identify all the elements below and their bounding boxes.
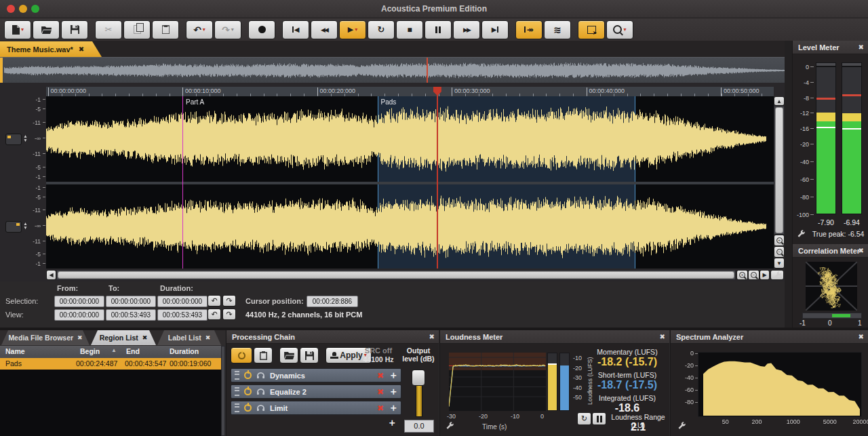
scroll-right-button[interactable]: ▶ (760, 270, 770, 280)
processing-chain-close-icon[interactable]: ✖ (429, 330, 435, 344)
remove-effect-icon[interactable]: ✖ (377, 371, 384, 380)
level-meter-settings-icon[interactable] (797, 229, 806, 238)
chain-open-button[interactable] (279, 347, 298, 363)
region-list-row[interactable]: Pads00:00:24:48700:00:43:54700:00:19:060 (0, 358, 221, 370)
horizontal-splitter[interactable] (0, 328, 868, 330)
chain-save-button[interactable] (300, 347, 319, 363)
scroll-up-button[interactable]: ▲ (774, 96, 785, 106)
horizontal-scrollbar[interactable] (56, 270, 736, 280)
add-effect-icon[interactable]: ＋ (389, 370, 398, 382)
rewind-button[interactable]: ◀◀ (311, 20, 338, 39)
drag-handle-icon[interactable] (235, 371, 239, 380)
marker-line[interactable] (182, 96, 183, 269)
chain-item-equalize-2[interactable]: Equalize 2✖＋ (231, 384, 401, 399)
spectrum-settings-icon[interactable] (677, 421, 686, 430)
cursor-position-field[interactable]: 00:00:28:886 (307, 296, 358, 307)
overview-playhead[interactable] (427, 58, 428, 83)
record-button[interactable] (248, 20, 275, 39)
drag-handle-icon[interactable] (235, 403, 239, 412)
channel1-waveform[interactable] (46, 96, 774, 182)
undo-button[interactable]: ↶▾ (186, 20, 213, 39)
loudness-settings-icon[interactable] (446, 421, 454, 430)
region-list-header[interactable]: NameBeginEndDuration▲ (0, 346, 221, 358)
browser-tab-close-icon[interactable]: ✖ (205, 334, 211, 341)
column-header-duration[interactable]: Duration (170, 347, 199, 355)
browser-tab-close-icon[interactable]: ✖ (77, 334, 83, 341)
undo-selection-button[interactable]: ↶ (208, 295, 221, 306)
zoom-in-horizontal-button[interactable]: + (736, 270, 748, 280)
channel-divider[interactable] (46, 182, 774, 184)
browser-tab-label-list[interactable]: Label List✖ (157, 330, 221, 345)
play-button[interactable]: ▶▾ (339, 20, 366, 39)
remove-effect-icon[interactable]: ✖ (377, 403, 384, 413)
loudness-pause-button[interactable] (592, 412, 606, 425)
save-file-button[interactable] (61, 20, 88, 39)
selection-to-field[interactable]: 00:00:00:000 (106, 296, 156, 307)
power-icon[interactable] (244, 404, 252, 412)
headphones-icon[interactable] (256, 372, 265, 379)
open-file-button[interactable] (33, 20, 60, 39)
cut-button[interactable]: ✂ (95, 20, 122, 39)
add-effect-icon[interactable]: ＋ (389, 402, 398, 414)
level-meter-close-icon[interactable]: ✖ (859, 41, 864, 54)
browser-tab-region-list[interactable]: Region List✖ (91, 330, 156, 345)
view-duration-field[interactable]: 00:00:53:493 (157, 309, 208, 321)
go-to-start-button[interactable]: ◀ (282, 20, 309, 39)
pause-button[interactable] (425, 20, 452, 39)
drag-handle-icon[interactable] (235, 387, 239, 396)
view-to-field[interactable]: 00:00:53:493 (106, 309, 156, 321)
undo-view-button[interactable]: ↶ (208, 309, 221, 320)
chain-item-limit[interactable]: Limit✖＋ (231, 401, 401, 415)
selection-duration-field[interactable]: 00:00:00:000 (157, 296, 208, 307)
horizontal-scrollbar-thumb[interactable] (58, 271, 734, 279)
loop-button[interactable]: ↻ (368, 20, 395, 39)
paste-button[interactable] (152, 20, 179, 39)
file-tab[interactable]: Theme Music.wav* ✖ (0, 41, 102, 57)
channel2-select-button[interactable] (5, 221, 22, 233)
column-header-name[interactable]: Name (5, 347, 25, 355)
spectral-view-button[interactable]: ≋ (544, 20, 571, 39)
zoom-out-horizontal-button[interactable]: − (748, 270, 760, 280)
overview-strip[interactable] (0, 57, 792, 83)
headphones-icon[interactable] (256, 388, 265, 395)
redo-button[interactable]: ↷▾ (214, 20, 241, 39)
stop-button[interactable]: ■ (396, 20, 423, 39)
selection-from-field[interactable]: 00:00:00:000 (54, 296, 104, 307)
add-effect-icon[interactable]: ＋ (389, 386, 398, 398)
scroll-left-button[interactable]: ◀ (46, 270, 56, 280)
browser-tab-close-icon[interactable]: ✖ (142, 334, 148, 341)
loudness-reset-button[interactable]: ↻ (577, 412, 591, 425)
column-header-begin[interactable]: Begin (80, 347, 100, 355)
new-file-button[interactable]: ▾ (4, 20, 31, 39)
column-header-end[interactable]: End (126, 347, 140, 355)
add-effect-icon[interactable]: ＋ (387, 417, 397, 429)
chain-item-dynamics[interactable]: Dynamics✖＋ (231, 368, 401, 382)
channel1-select-button[interactable] (5, 134, 22, 145)
zoom-out-vertical-button[interactable]: − (774, 246, 785, 258)
zoom-settings-button[interactable] (770, 270, 784, 280)
chain-enable-button[interactable] (231, 347, 252, 363)
view-start-marker[interactable] (0, 58, 3, 83)
redo-selection-button[interactable]: ↷ (222, 295, 236, 306)
selection-tool-button[interactable] (578, 20, 605, 39)
zoom-in-vertical-button[interactable]: + (774, 235, 785, 246)
power-icon[interactable] (244, 388, 252, 395)
browser-tab-media-file-browser[interactable]: Media File Browser✖ (1, 330, 90, 345)
loudness-meter-close-icon[interactable]: ✖ (660, 330, 665, 344)
channel2-spinner[interactable]: ▲▼ (22, 222, 28, 230)
vertical-scrollbar-thumb[interactable] (775, 107, 783, 233)
view-from-field[interactable]: 00:00:00:000 (54, 309, 104, 321)
copy-button[interactable] (123, 20, 151, 39)
follow-playback-button[interactable]: ↠ (515, 20, 542, 39)
channel2-waveform[interactable] (46, 184, 774, 269)
redo-view-button[interactable]: ↷ (222, 309, 236, 320)
fast-forward-button[interactable]: ▶▶ (453, 20, 480, 39)
output-level-slider-handle[interactable] (412, 370, 425, 386)
zoom-tool-button[interactable]: ▾ (606, 20, 633, 39)
region-list-scrollbar[interactable] (221, 346, 225, 436)
chain-paste-button[interactable] (254, 347, 273, 363)
power-icon[interactable] (244, 372, 252, 379)
headphones-icon[interactable] (256, 404, 265, 412)
playhead[interactable] (437, 87, 438, 269)
scroll-down-button[interactable]: ▼ (774, 258, 785, 269)
